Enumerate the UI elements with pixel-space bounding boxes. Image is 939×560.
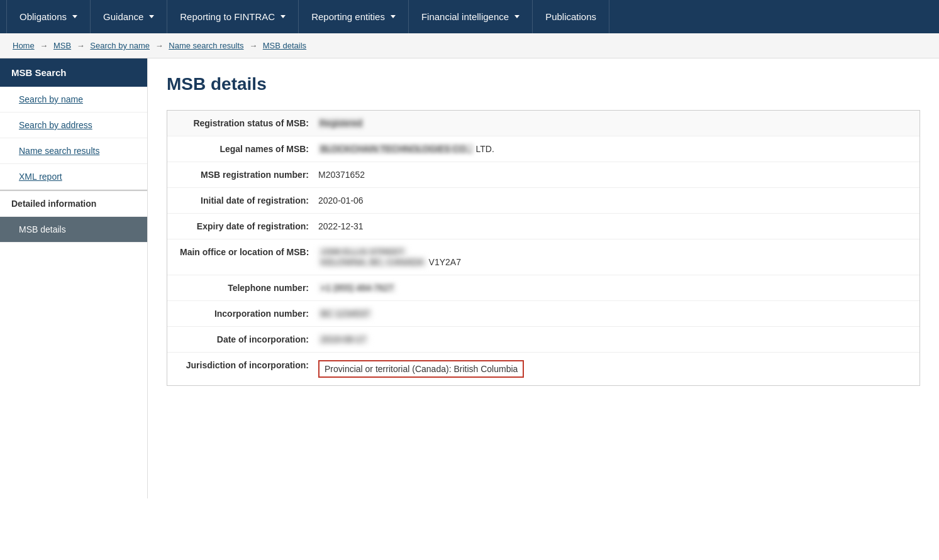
navbar-label-reporting-entities: Reporting entities bbox=[311, 11, 385, 22]
chevron-down-icon bbox=[149, 15, 154, 18]
sidebar-item-name-search-results[interactable]: Name search results bbox=[0, 138, 147, 164]
label-date-incorporation: Date of incorporation: bbox=[180, 334, 318, 344]
sidebar: MSB Search Search by name Search by addr… bbox=[0, 58, 148, 498]
main-layout: MSB Search Search by name Search by addr… bbox=[0, 58, 939, 498]
sidebar-item-search-by-address[interactable]: Search by address bbox=[0, 113, 147, 138]
label-initial-date: Initial date of registration: bbox=[180, 195, 318, 206]
detail-row-legal-names: Legal names of MSB: BLOCKCHAIN TECHNOLOG… bbox=[167, 136, 920, 162]
chevron-down-icon bbox=[514, 15, 520, 18]
redacted-address-line1: 1599 ELLIS STREET bbox=[318, 247, 406, 257]
value-expiry-date: 2022-12-31 bbox=[318, 221, 907, 231]
navbar-label-reporting-fintrac: Reporting to FINTRAC bbox=[180, 11, 275, 22]
chevron-down-icon bbox=[281, 15, 286, 18]
detail-row-telephone: Telephone number: +1 (855) 484-7627 bbox=[167, 275, 920, 301]
breadcrumb-arrow-4: → bbox=[249, 41, 260, 50]
breadcrumb: Home → MSB → Search by name → Name searc… bbox=[0, 33, 939, 58]
navbar-item-financial-intelligence[interactable]: Financial intelligence bbox=[409, 0, 533, 33]
chevron-down-icon bbox=[391, 15, 396, 18]
label-telephone: Telephone number: bbox=[180, 283, 318, 293]
detail-row-date-incorporation: Date of incorporation: 2019-08-17 bbox=[167, 327, 920, 353]
navbar: Obligations Guidance Reporting to FINTRA… bbox=[0, 0, 939, 33]
label-legal-names: Legal names of MSB: bbox=[180, 144, 318, 154]
label-registration-number: MSB registration number: bbox=[180, 170, 318, 180]
redacted-telephone: +1 (855) 484-7627 bbox=[318, 283, 396, 293]
detail-row-expiry-date: Expiry date of registration: 2022-12-31 bbox=[167, 214, 920, 239]
label-incorporation-number: Incorporation number: bbox=[180, 309, 318, 319]
value-telephone: +1 (855) 484-7627 bbox=[318, 283, 907, 293]
value-jurisdiction: Provincial or territorial (Canada): Brit… bbox=[318, 360, 907, 378]
detail-row-registration-status: Registration status of MSB: Registered bbox=[167, 111, 920, 136]
navbar-item-guidance[interactable]: Guidance bbox=[91, 0, 167, 33]
label-main-office: Main office or location of MSB: bbox=[180, 247, 318, 257]
breadcrumb-arrow-2: → bbox=[77, 41, 87, 50]
navbar-label-publications: Publications bbox=[545, 11, 596, 22]
breadcrumb-home[interactable]: Home bbox=[13, 41, 35, 50]
breadcrumb-arrow-1: → bbox=[40, 41, 50, 50]
navbar-item-reporting-fintrac[interactable]: Reporting to FINTRAC bbox=[167, 0, 299, 33]
label-registration-status: Registration status of MSB: bbox=[180, 118, 318, 128]
content-area: MSB details Registration status of MSB: … bbox=[148, 58, 939, 498]
sidebar-title: MSB Search bbox=[0, 58, 147, 87]
redacted-date-incorporation: 2019-08-17 bbox=[318, 334, 369, 344]
value-registration-number: M20371652 bbox=[318, 170, 907, 180]
navbar-item-obligations[interactable]: Obligations bbox=[6, 0, 91, 33]
redacted-status: Registered bbox=[318, 118, 364, 128]
navbar-item-reporting-entities[interactable]: Reporting entities bbox=[299, 0, 409, 33]
value-main-office: 1599 ELLIS STREET KELOWNA, BC, CANADA V1… bbox=[318, 247, 907, 267]
sidebar-item-search-by-name[interactable]: Search by name bbox=[0, 87, 147, 113]
detail-row-registration-number: MSB registration number: M20371652 bbox=[167, 162, 920, 188]
sidebar-item-msb-details[interactable]: MSB details bbox=[0, 217, 147, 243]
value-registration-status: Registered bbox=[318, 118, 907, 128]
redacted-incorporation-number: BC 1234537 bbox=[318, 309, 372, 319]
breadcrumb-name-search-results[interactable]: Name search results bbox=[169, 41, 243, 50]
sidebar-section-detailed-information: Detailed information bbox=[0, 190, 147, 217]
breadcrumb-msb[interactable]: MSB bbox=[53, 41, 71, 50]
navbar-label-obligations: Obligations bbox=[19, 11, 67, 22]
value-initial-date: 2020-01-06 bbox=[318, 195, 907, 206]
redacted-address-line2: KELOWNA, BC, CANADA bbox=[318, 257, 426, 267]
sidebar-item-xml-report[interactable]: XML report bbox=[0, 164, 147, 190]
legal-name-suffix: LTD. bbox=[475, 144, 494, 154]
value-legal-names: BLOCKCHAIN TECHNOLOGIES CO., LTD. bbox=[318, 144, 907, 154]
breadcrumb-msb-details[interactable]: MSB details bbox=[263, 41, 306, 50]
detail-row-incorporation-number: Incorporation number: BC 1234537 bbox=[167, 301, 920, 327]
breadcrumb-search-by-name[interactable]: Search by name bbox=[90, 41, 150, 50]
label-expiry-date: Expiry date of registration: bbox=[180, 221, 318, 231]
detail-box: Registration status of MSB: Registered L… bbox=[167, 110, 920, 386]
navbar-item-publications[interactable]: Publications bbox=[533, 0, 609, 33]
detail-row-initial-date: Initial date of registration: 2020-01-06 bbox=[167, 188, 920, 214]
jurisdiction-value-highlighted: Provincial or territorial (Canada): Brit… bbox=[318, 360, 524, 378]
detail-row-jurisdiction: Jurisdiction of incorporation: Provincia… bbox=[167, 353, 920, 385]
detail-row-main-office: Main office or location of MSB: 1599 ELL… bbox=[167, 239, 920, 275]
label-jurisdiction: Jurisdiction of incorporation: bbox=[180, 360, 318, 370]
value-date-incorporation: 2019-08-17 bbox=[318, 334, 907, 344]
value-incorporation-number: BC 1234537 bbox=[318, 309, 907, 319]
navbar-label-financial-intelligence: Financial intelligence bbox=[421, 11, 509, 22]
chevron-down-icon bbox=[72, 15, 77, 18]
page-title: MSB details bbox=[167, 74, 920, 94]
redacted-legal-name: BLOCKCHAIN TECHNOLOGIES CO., bbox=[318, 144, 474, 154]
postal-code: V1Y2A7 bbox=[429, 257, 461, 267]
breadcrumb-arrow-3: → bbox=[155, 41, 166, 50]
navbar-label-guidance: Guidance bbox=[103, 11, 143, 22]
